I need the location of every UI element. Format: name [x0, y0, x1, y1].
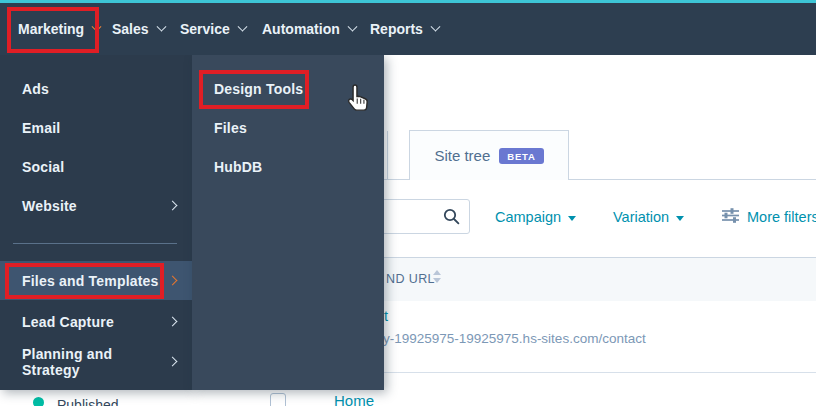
filter-sliders-icon — [721, 207, 740, 227]
menu-label: HubDB — [214, 159, 262, 175]
variation-filter-label: Variation — [613, 209, 669, 225]
chevron-down-icon — [430, 21, 440, 31]
marketing-dropdown-menu: Ads Email Social Website Files and Templ… — [0, 55, 192, 390]
chevron-right-icon — [168, 276, 178, 286]
nav-item-sales[interactable]: Sales — [112, 21, 165, 37]
menu-item-lead-capture[interactable]: Lead Capture — [0, 302, 192, 341]
campaign-filter-dropdown[interactable]: Campaign — [495, 209, 576, 225]
nav-item-marketing[interactable]: Marketing — [18, 21, 100, 37]
tab-site-tree-label: Site tree — [434, 147, 490, 164]
chevron-down-icon — [92, 21, 102, 31]
menu-item-planning-and-strategy[interactable]: Planning and Strategy — [0, 342, 192, 381]
chevron-right-icon — [168, 317, 178, 327]
submenu-item-design-tools[interactable]: Design Tools — [192, 69, 384, 108]
chevron-down-icon — [347, 21, 357, 31]
nav-label: Service — [180, 21, 230, 37]
menu-label: Ads — [22, 81, 49, 97]
sort-arrows-icon[interactable] — [433, 270, 441, 283]
more-filters-label: More filters — [747, 209, 816, 225]
chevron-down-icon — [676, 216, 684, 221]
menu-label: Files — [214, 120, 247, 136]
menu-item-ads[interactable]: Ads — [0, 69, 192, 108]
tabbar-rule-right — [569, 179, 816, 180]
submenu-item-hubdb[interactable]: HubDB — [192, 147, 384, 186]
nav-item-automation[interactable]: Automation — [262, 21, 356, 37]
table-row-page-link[interactable]: t — [384, 308, 388, 324]
menu-item-social[interactable]: Social — [0, 147, 192, 186]
menu-label: Planning and Strategy — [22, 346, 169, 378]
chevron-down-icon — [237, 21, 247, 31]
row-checkbox[interactable] — [270, 393, 286, 406]
menu-label: Website — [22, 198, 77, 214]
published-status-icon — [33, 397, 44, 406]
beta-badge: BETA — [499, 148, 543, 164]
menu-divider — [13, 243, 177, 244]
menu-item-website[interactable]: Website — [0, 186, 192, 225]
top-navigation-bar: Marketing Sales Service Automation Repor… — [0, 0, 816, 55]
nav-label: Marketing — [18, 21, 84, 37]
table-row-home-link[interactable]: Home — [334, 392, 374, 406]
tab-site-tree[interactable]: Site tree BETA — [409, 130, 569, 180]
more-filters-button[interactable]: More filters — [721, 207, 816, 227]
menu-item-files-and-templates[interactable]: Files and Templates — [0, 261, 192, 300]
campaign-filter-label: Campaign — [495, 209, 561, 225]
chevron-down-icon — [568, 216, 576, 221]
files-and-templates-submenu: Design Tools Files HubDB — [192, 55, 384, 390]
nav-label: Sales — [112, 21, 149, 37]
menu-label: Social — [22, 159, 64, 175]
table-row-page-url: y-19925975-19925975.hs-sites.com/contact — [383, 331, 646, 346]
published-status-label: Published — [57, 397, 119, 406]
nav-label: Automation — [262, 21, 340, 37]
menu-label: Design Tools — [214, 81, 303, 97]
menu-item-email[interactable]: Email — [0, 108, 192, 147]
hidden-tab-edge — [387, 131, 388, 179]
menu-label: Email — [22, 120, 60, 136]
chevron-down-icon — [156, 21, 166, 31]
nav-item-service[interactable]: Service — [180, 21, 246, 37]
variation-filter-dropdown[interactable]: Variation — [613, 209, 684, 225]
topnav-accent-stripe — [0, 0, 816, 3]
nav-item-reports[interactable]: Reports — [370, 21, 439, 37]
menu-label: Files and Templates — [22, 273, 159, 289]
submenu-item-files[interactable]: Files — [192, 108, 384, 147]
search-icon — [443, 208, 460, 229]
nav-label: Reports — [370, 21, 423, 37]
column-header-title-url[interactable]: ND URL — [386, 272, 435, 286]
menu-label: Lead Capture — [22, 314, 114, 330]
chevron-right-icon — [168, 201, 178, 211]
screen: Site tree BETA Campaign Variation — [0, 0, 816, 406]
